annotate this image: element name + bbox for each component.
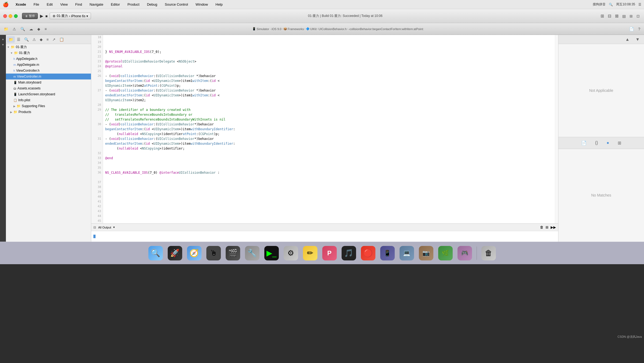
rp-grid-icon[interactable]: ⊞ [616, 139, 623, 147]
dock-app-p[interactable]: P [321, 245, 338, 262]
nav-search-btn[interactable]: 🔍 [23, 36, 30, 43]
breadcrumb-method[interactable]: -collisionBehavior:beganContactForItem:w… [349, 27, 424, 31]
toolbar-log-icon[interactable]: ≡ [43, 26, 48, 32]
pause-button[interactable]: ⏸ 暂停 [22, 13, 38, 19]
menu-source-control[interactable]: Source Control [163, 2, 190, 7]
rp-scroll-up[interactable]: ▲ [623, 36, 632, 43]
breadcrumb-uikit[interactable]: 🔷 UIKit [306, 27, 317, 31]
tree-item-supporting[interactable]: ▶ 📁 Supporting Files [6, 103, 91, 109]
menu-icon[interactable]: ☰ [638, 3, 641, 6]
dock-launchpad[interactable]: 🚀 [166, 245, 184, 262]
layout-btn-3[interactable]: ⊡ [635, 13, 641, 19]
breadcrumb-file[interactable]: UICollisionBehavior.h [319, 27, 347, 31]
menu-debug[interactable]: Debug [145, 2, 159, 7]
tree-item-products[interactable]: ▶ 📁 Products [6, 109, 91, 115]
menu-bar: 🍎 Xcode File Edit View Find Navigate Edi… [0, 0, 644, 9]
run-button[interactable]: ▶ [40, 13, 43, 19]
toolbar-breakpoint-icon[interactable]: ◆ [36, 26, 42, 32]
toolbar-folder-icon[interactable]: 📁 [2, 26, 10, 32]
dock-app-row4[interactable]: 🌿 [437, 245, 454, 262]
tree-item-viewcontroller-h[interactable]: h ViewController.h [6, 68, 91, 74]
rp-code-icon[interactable]: {} [593, 139, 600, 146]
view-toggle-right[interactable]: ⊠ [614, 13, 620, 19]
menu-edit[interactable]: Edit [45, 2, 54, 7]
rp-file-icon[interactable]: 📄 [579, 139, 589, 147]
far-left-up[interactable]: ▲ [1, 37, 5, 41]
view-toggle-center[interactable]: ⊟ [607, 13, 612, 19]
nav-breakpoint-btn[interactable]: ◆ [38, 36, 44, 43]
dock-app-red[interactable]: 🔴 [360, 245, 377, 262]
menu-editor[interactable]: Editor [109, 2, 122, 7]
search-icon[interactable]: 🔍 [609, 3, 613, 6]
far-left-panel: ▲ ▼ [0, 35, 6, 242]
far-left-down[interactable]: ▼ [1, 42, 5, 47]
toolbar-scm-icon[interactable]: ☁ [28, 26, 35, 32]
tree-item-viewcontroller-m[interactable]: m ViewController.m [6, 74, 91, 79]
menu-window[interactable]: Window [194, 2, 210, 7]
toolbar-doc-icon[interactable]: 📄 [628, 26, 635, 32]
dock-app-row1[interactable]: 📱 [379, 245, 396, 262]
menu-product[interactable]: Product [126, 2, 141, 7]
apple-menu[interactable]: 🍎 [3, 2, 9, 8]
code-container[interactable]: 18 19 20 21 22 23 24 25 26 26 26 27 27 2… [91, 35, 558, 223]
rp-scroll-down[interactable]: ▼ [633, 36, 642, 43]
nav-log-btn[interactable]: ↗ [51, 36, 57, 43]
menu-find[interactable]: Find [74, 2, 83, 7]
ime-indicator[interactable]: 搜狗拼音 [593, 2, 606, 7]
scheme-selector[interactable]: ⚙ 01-重力 › iPhone 6s ▾ [50, 13, 91, 19]
dock-app-row3[interactable]: 📷 [418, 245, 435, 262]
tree-item-main-storyboard[interactable]: 📱 Main.storyboard [6, 79, 91, 85]
layout-btn-1[interactable]: ▤ [621, 13, 627, 19]
nav-bookmark-btn[interactable]: 📋 [58, 36, 65, 43]
editor-scrollbar[interactable] [555, 35, 558, 223]
tree-item-appdelegate-h[interactable]: h AppDelegate.h [6, 56, 91, 62]
dock-safari[interactable]: 🧭 [186, 245, 203, 262]
dock-dvd[interactable]: 🎬 [224, 245, 241, 262]
tree-item-root[interactable]: ▼ 📁 01-重力 [6, 44, 91, 50]
dock-sketch[interactable]: ✏ [302, 245, 319, 262]
breadcrumb-frameworks[interactable]: 📦 Frameworks [283, 27, 304, 31]
code-text[interactable]: } NS_ENUM_AVAILABLE_IOS(7_0); @protocol … [103, 35, 555, 223]
toolbar-warning-icon[interactable]: ⚠ [11, 26, 18, 32]
dock-trash[interactable]: 🗑 [480, 245, 497, 262]
fullscreen-button[interactable] [14, 14, 18, 18]
menu-help[interactable]: Help [214, 2, 224, 7]
menu-xcode[interactable]: Xcode [14, 2, 28, 7]
view-toggle-left[interactable]: ⊞ [599, 13, 605, 19]
menu-view[interactable]: View [58, 2, 69, 7]
debug-filter-btn[interactable]: ▶▶ [551, 225, 556, 229]
tree-item-assets[interactable]: 🗂 Assets.xcassets [6, 85, 91, 91]
toolbar-help-icon[interactable]: ? [636, 26, 642, 32]
dock-finder[interactable]: 🔍 [147, 245, 164, 262]
tree-item-appdelegate-m[interactable]: m AppDelegate.m [6, 62, 91, 68]
dock-media[interactable]: 🎵 [340, 245, 357, 262]
layout-btn-2[interactable]: ⊞ [628, 13, 634, 19]
dock-tools[interactable]: 🔧 [244, 245, 261, 262]
rp-target-icon[interactable]: ● [605, 139, 612, 146]
toolbar-search-icon[interactable]: 🔍 [19, 26, 27, 32]
stop-button[interactable]: ■ [45, 14, 47, 18]
nav-thread-btn[interactable]: ≡ [45, 36, 50, 43]
nav-folder-btn[interactable]: 📁 [7, 36, 15, 43]
debug-expand-btn[interactable]: ⊟ [93, 226, 96, 229]
tree-item-launchscreen[interactable]: 📱 LaunchScreen.storyboard [6, 91, 91, 97]
code-line-36: NS_CLASS_AVAILABLE_IOS(7_0) @interface U… [105, 170, 553, 175]
menu-file[interactable]: File [32, 2, 41, 7]
dock-terminal[interactable]: ▶_ [263, 245, 280, 262]
dock-app1[interactable]: 🖱 [205, 245, 222, 262]
tree-item-subfolder[interactable]: ▼ 📁 01-重力 [6, 50, 91, 56]
nav-warning-btn[interactable]: ⚠ [31, 36, 38, 43]
dock-app-row2[interactable]: 💻 [398, 245, 415, 262]
dock-app-row5[interactable]: 🎮 [456, 245, 473, 262]
nav-list-btn[interactable]: ☰ [15, 36, 22, 43]
debug-split-btn[interactable]: ⊞ [546, 225, 548, 229]
close-button[interactable] [3, 14, 7, 18]
menu-navigate[interactable]: Navigate [88, 2, 105, 7]
right-panel: ▲ ▼ Not Applicable 📄 {} ● ⊞ No Matches [558, 35, 644, 242]
minimize-button[interactable] [9, 14, 12, 18]
breadcrumb-simulator[interactable]: 📱 Simulator · iOS 9.0 [252, 27, 281, 31]
tree-item-infoplist[interactable]: 📋 Info.plist [6, 97, 91, 103]
debug-clear-btn[interactable]: 🗑 [540, 225, 543, 229]
debug-console-content[interactable] [91, 231, 558, 242]
dock-systemprefs[interactable]: ⚙ [282, 245, 299, 262]
